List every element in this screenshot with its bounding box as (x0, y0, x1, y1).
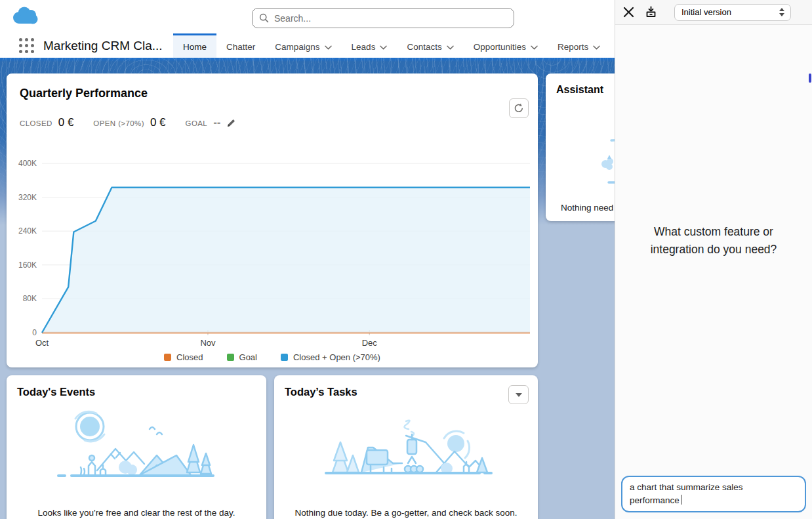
tab-campaigns[interactable]: Campaigns (265, 33, 341, 58)
svg-text:160K: 160K (18, 260, 37, 270)
tab-chatter[interactable]: Chatter (216, 33, 265, 58)
chevron-down-icon (380, 45, 387, 50)
tab-leads[interactable]: Leads (342, 33, 397, 58)
refresh-button[interactable] (509, 98, 529, 118)
metrics-row: CLOSED 0 € OPEN (>70%) 0 € GOAL -- (20, 116, 525, 129)
svg-text:320K: 320K (18, 193, 37, 202)
builder-panel: Initial version What custom feature or i… (615, 0, 812, 519)
svg-text:400K: 400K (18, 159, 37, 168)
metric-closed: CLOSED 0 € (20, 116, 73, 129)
legend-item[interactable]: Closed (164, 352, 203, 362)
card-title: Today’s Tasks (285, 386, 527, 398)
svg-text:Nov: Nov (200, 338, 216, 348)
assistant-empty-text: Nothing need (561, 203, 613, 213)
card-title: Quarterly Performance (20, 87, 525, 100)
tab-contacts[interactable]: Contacts (397, 33, 463, 58)
metric-goal: GOAL -- (186, 116, 237, 129)
search-input[interactable] (274, 13, 507, 24)
metric-open: OPEN (>70%) 0 € (93, 116, 165, 129)
panel-scrollbar-thumb[interactable] (809, 73, 811, 83)
global-search[interactable] (252, 8, 514, 28)
svg-text:80K: 80K (23, 294, 37, 303)
install-version-icon[interactable] (645, 6, 657, 18)
builder-prompt-input[interactable]: a chart that summarize sales performance (621, 476, 806, 512)
card-title: Today's Events (17, 386, 256, 398)
legend-swatch (281, 354, 288, 361)
chevron-down-icon (516, 393, 522, 397)
chevron-down-icon (447, 45, 454, 50)
todays-tasks-card: Today’s Tasks (274, 375, 538, 519)
todays-events-card: Today's Events (7, 375, 266, 519)
tasks-empty-text: Nothing due today. Be a go-getter, and c… (274, 508, 538, 518)
nav-tabs: HomeChatterCampaignsLeadsContactsOpportu… (173, 33, 610, 58)
version-select-value: Initial version (681, 7, 777, 17)
tab-reports[interactable]: Reports (548, 33, 610, 58)
campfire-illustration (274, 402, 538, 503)
text-caret (681, 495, 682, 505)
close-icon[interactable] (623, 7, 634, 18)
version-select[interactable]: Initial version (674, 4, 791, 21)
builder-question: What custom feature or integration do yo… (615, 223, 812, 259)
events-empty-text: Looks like you're free and clear the res… (7, 508, 266, 518)
legend-item[interactable]: Goal (227, 352, 257, 362)
chevron-down-icon (531, 45, 538, 50)
quarterly-performance-card: Quarterly Performance CLOSED 0 € OPEN (>… (7, 73, 538, 367)
svg-text:Oct: Oct (35, 338, 49, 348)
builder-panel-header: Initial version (615, 0, 812, 25)
tab-opportunities[interactable]: Opportunities (464, 33, 548, 58)
chevron-down-icon (593, 45, 600, 50)
svg-text:240K: 240K (18, 226, 37, 236)
app-title: Marketing CRM Cla... (43, 39, 163, 53)
svg-text:0: 0 (32, 328, 37, 337)
camping-day-illustration (7, 402, 266, 507)
chart-legend: ClosedGoalClosed + Open (>70%) (7, 352, 538, 362)
salesforce-logo-icon[interactable] (10, 5, 39, 26)
legend-swatch (164, 354, 171, 361)
tab-home[interactable]: Home (173, 33, 216, 58)
search-icon (259, 13, 269, 23)
app-launcher-icon[interactable] (19, 38, 34, 53)
legend-swatch (227, 354, 234, 361)
performance-chart: 400K320K240K160K80K0OctNovDec (13, 154, 531, 351)
select-stepper-icon (777, 7, 786, 18)
svg-text:Dec: Dec (362, 338, 378, 348)
legend-item[interactable]: Closed + Open (>70%) (281, 352, 380, 362)
edit-goal-icon[interactable] (226, 118, 236, 128)
chevron-down-icon (325, 45, 332, 50)
refresh-icon (514, 103, 524, 114)
